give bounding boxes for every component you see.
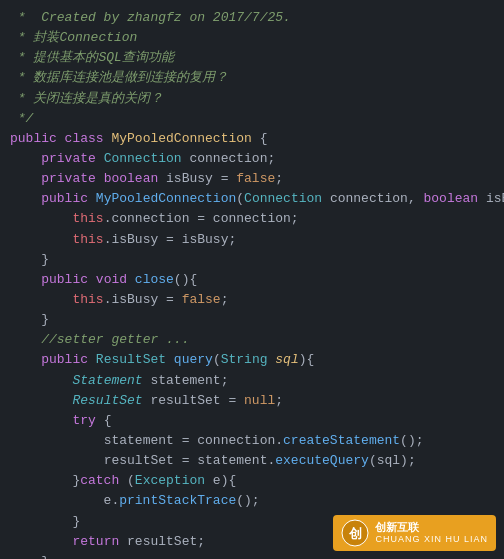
code-token: .isBusy =: [104, 292, 182, 307]
code-token: statement;: [143, 373, 229, 388]
code-token: this: [72, 211, 103, 226]
code-line: * 提供基本的SQL查询功能: [10, 48, 494, 68]
code-token: [10, 232, 72, 247]
code-token: isBusy =: [158, 171, 236, 186]
code-token: boolean: [424, 191, 479, 206]
code-token: isBusy) {: [478, 191, 504, 206]
code-token: (: [213, 352, 221, 367]
code-line: this.isBusy = isBusy;: [10, 230, 494, 250]
code-token: ;: [275, 393, 283, 408]
code-token: printStackTrace: [119, 493, 236, 508]
code-token: ;: [275, 171, 283, 186]
code-token: * 数据库连接池是做到连接的复用？: [10, 70, 228, 85]
code-token: [10, 292, 72, 307]
watermark: 创 创新互联 CHUANG XIN HU LIAN: [333, 515, 496, 551]
code-line: try {: [10, 411, 494, 431]
code-token: private: [41, 171, 103, 186]
code-line: public ResultSet query(String sql){: [10, 350, 494, 370]
code-line: //setter getter ...: [10, 330, 494, 350]
watermark-text-block: 创新互联 CHUANG XIN HU LIAN: [375, 520, 488, 546]
code-token: [10, 453, 104, 468]
code-token: [10, 151, 41, 166]
code-token: false: [236, 171, 275, 186]
code-token: resultSet;: [119, 534, 205, 549]
code-line: }: [10, 310, 494, 330]
code-token: public: [10, 131, 65, 146]
code-line: }: [10, 552, 494, 559]
code-token: * 封装Connection: [10, 30, 137, 45]
code-token: e.: [10, 493, 119, 508]
code-token: [10, 534, 72, 549]
code-token: ResultSet: [96, 352, 166, 367]
code-token: void: [96, 272, 135, 287]
code-token: {: [96, 413, 112, 428]
code-line: * Created by zhangfz on 2017/7/25.: [10, 8, 494, 28]
code-token: (: [236, 191, 244, 206]
code-token: Connection: [244, 191, 322, 206]
code-token: * 提供基本的SQL查询功能: [10, 50, 174, 65]
code-line: ResultSet resultSet = null;: [10, 391, 494, 411]
code-token: }: [10, 554, 49, 559]
code-token: [10, 272, 41, 287]
code-line: * 数据库连接池是做到连接的复用？: [10, 68, 494, 88]
svg-text:创: 创: [348, 526, 362, 541]
code-line: private boolean isBusy = false;: [10, 169, 494, 189]
code-token: query: [174, 352, 213, 367]
code-token: private: [41, 151, 103, 166]
code-token: (sql);: [369, 453, 416, 468]
code-token: */: [10, 111, 33, 126]
code-token: }: [10, 252, 49, 267]
code-token: false: [182, 292, 221, 307]
code-token: * 关闭连接是真的关闭？: [10, 91, 163, 106]
code-token: MyPooledConnection: [111, 131, 251, 146]
code-token: *: [10, 10, 33, 25]
code-token: ){: [299, 352, 315, 367]
code-token: [10, 413, 72, 428]
code-token: (: [119, 473, 135, 488]
code-token: public: [41, 352, 96, 367]
code-token: [10, 191, 41, 206]
code-line: statement = connection.createStatement()…: [10, 431, 494, 451]
code-line: e.printStackTrace();: [10, 491, 494, 511]
code-token: e){: [205, 473, 236, 488]
code-token: //setter getter ...: [41, 332, 189, 347]
code-token: close: [135, 272, 174, 287]
code-token: [10, 171, 41, 186]
code-token: return: [72, 534, 119, 549]
code-token: [10, 433, 104, 448]
code-token: Statement: [72, 373, 142, 388]
code-token: null: [244, 393, 275, 408]
code-token: (){: [174, 272, 197, 287]
code-token: Exception: [135, 473, 205, 488]
code-line: Statement statement;: [10, 371, 494, 391]
code-token: boolean: [104, 171, 159, 186]
code-token: sql: [275, 352, 298, 367]
code-block: * Created by zhangfz on 2017/7/25. * 封装C…: [0, 0, 504, 559]
code-token: [10, 352, 41, 367]
code-token: resultSet =: [143, 393, 244, 408]
code-token: createStatement: [283, 433, 400, 448]
code-line: }catch (Exception e){: [10, 471, 494, 491]
code-token: .connection = connection;: [104, 211, 299, 226]
code-line: this.connection = connection;: [10, 209, 494, 229]
code-token: }: [10, 514, 80, 529]
code-line: public void close(){: [10, 270, 494, 290]
code-token: String: [221, 352, 268, 367]
code-token: try: [72, 413, 95, 428]
code-line: resultSet = statement.executeQuery(sql);: [10, 451, 494, 471]
code-token: MyPooledConnection: [96, 191, 236, 206]
code-token: }: [10, 312, 49, 327]
code-token: executeQuery: [275, 453, 369, 468]
code-token: .isBusy = isBusy;: [104, 232, 237, 247]
brand-icon: 创: [341, 519, 369, 547]
code-token: Connection: [104, 151, 182, 166]
code-token: connection,: [322, 191, 423, 206]
code-token: ();: [400, 433, 423, 448]
code-token: statement = connection.: [104, 433, 283, 448]
code-token: catch: [80, 473, 119, 488]
code-token: [10, 393, 72, 408]
code-token: [10, 332, 41, 347]
code-token: connection;: [182, 151, 276, 166]
code-token: [10, 211, 72, 226]
code-token: public: [41, 191, 96, 206]
